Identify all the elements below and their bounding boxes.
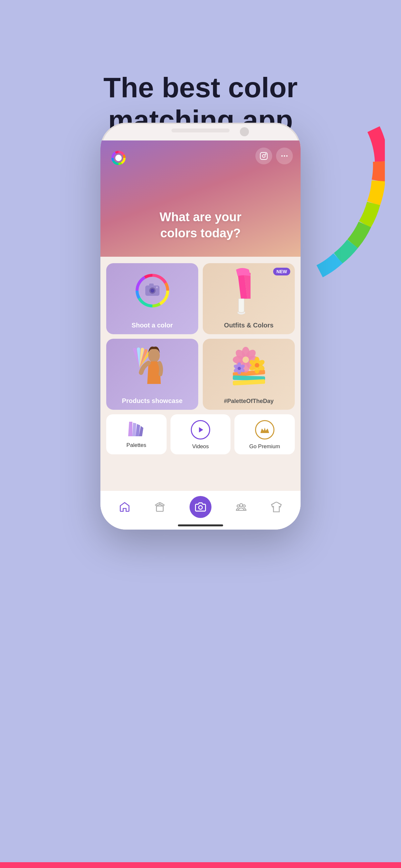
svg-point-43	[198, 506, 202, 509]
phone-mockup: What are your colors today?	[100, 123, 301, 530]
feature-cards-grid: Shoot a color NEW	[106, 263, 295, 410]
app-screen: What are your colors today?	[100, 141, 301, 530]
svg-rect-16	[233, 379, 265, 385]
app-logo	[108, 148, 129, 168]
phone-body: What are your colors today?	[100, 123, 301, 530]
outfits-colors-label: Outfits & Colors	[224, 321, 274, 329]
svg-point-25	[243, 356, 249, 363]
quick-actions-row: Palettes Videos	[106, 414, 295, 454]
palette-of-day-card[interactable]: #PaletteOfTheDay	[203, 339, 295, 410]
svg-point-6	[284, 155, 285, 157]
palettes-label: Palettes	[127, 442, 146, 448]
phone-notch	[172, 128, 229, 132]
svg-point-13	[148, 348, 160, 363]
svg-point-12	[156, 286, 158, 288]
app-header-actions	[255, 148, 293, 164]
videos-label: Videos	[192, 443, 209, 450]
svg-point-45	[237, 505, 240, 507]
svg-point-4	[266, 154, 266, 154]
shoot-color-visual	[131, 270, 174, 312]
go-premium-card[interactable]: Go Premium	[235, 414, 295, 454]
tab-community[interactable]	[235, 501, 247, 513]
svg-rect-11	[149, 283, 154, 286]
tab-bar	[100, 491, 301, 530]
svg-point-7	[286, 155, 287, 157]
svg-point-39	[238, 367, 241, 370]
svg-marker-40	[199, 427, 203, 432]
palette-visual	[226, 342, 272, 392]
bottom-accent-bar	[0, 862, 401, 868]
outfits-visual	[226, 267, 272, 316]
svg-point-5	[281, 155, 282, 157]
palettes-icon	[127, 420, 146, 438]
svg-point-46	[243, 505, 245, 507]
app-header-title: What are your colors today?	[100, 209, 301, 241]
home-indicator	[178, 524, 223, 526]
svg-point-1	[115, 155, 122, 161]
premium-icon	[255, 420, 274, 439]
app-content: Shoot a color NEW	[100, 257, 301, 462]
new-badge: NEW	[273, 268, 290, 275]
tab-outfits[interactable]	[271, 501, 282, 513]
shoot-color-card[interactable]: Shoot a color	[106, 263, 198, 334]
instagram-button[interactable]	[255, 148, 272, 164]
phone-front-camera	[240, 127, 249, 136]
svg-point-3	[263, 155, 266, 158]
svg-point-32	[255, 363, 259, 368]
palettes-card[interactable]: Palettes	[106, 414, 166, 454]
videos-card[interactable]: Videos	[171, 414, 231, 454]
tab-camera[interactable]	[189, 496, 212, 518]
tab-wardrobe[interactable]	[154, 501, 166, 513]
products-showcase-card[interactable]: Products showcase	[106, 339, 198, 410]
shoot-color-label: Shoot a color	[132, 321, 173, 329]
videos-icon	[191, 420, 210, 439]
app-header: What are your colors today?	[100, 141, 301, 257]
svg-rect-2	[260, 152, 267, 159]
tab-home[interactable]	[119, 501, 130, 513]
svg-point-44	[240, 504, 243, 507]
palette-of-day-label: #PaletteOfTheDay	[224, 398, 274, 405]
go-premium-label: Go Premium	[249, 443, 280, 450]
outfits-colors-card[interactable]: NEW	[203, 263, 295, 334]
products-visual	[130, 342, 175, 392]
products-showcase-label: Products showcase	[122, 397, 183, 405]
more-options-button[interactable]	[276, 148, 293, 164]
svg-rect-42	[157, 506, 163, 512]
svg-point-10	[150, 289, 154, 292]
